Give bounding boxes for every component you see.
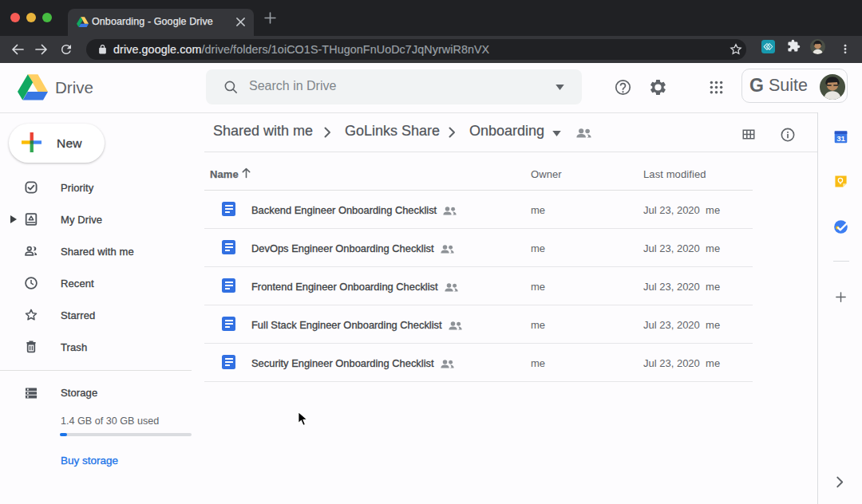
svg-text:31: 31 <box>836 134 845 143</box>
